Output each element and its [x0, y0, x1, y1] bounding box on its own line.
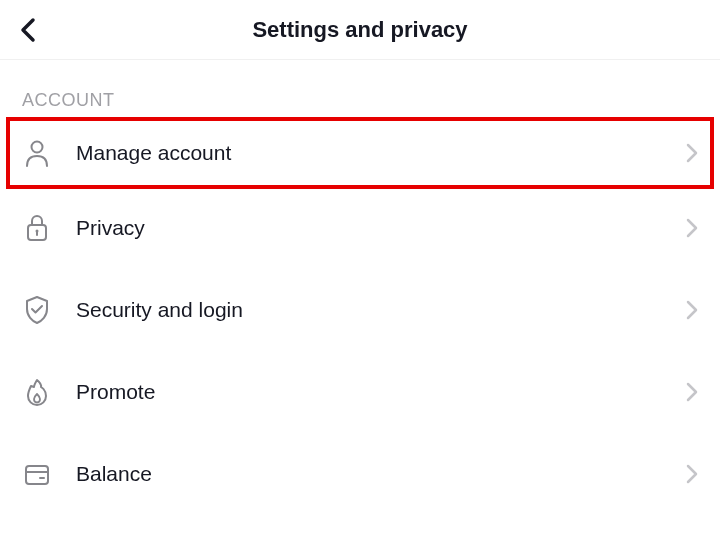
- shield-icon: [22, 295, 52, 325]
- list-item-privacy[interactable]: Privacy: [0, 187, 720, 269]
- chevron-right-icon: [686, 218, 698, 238]
- list-item-promote[interactable]: Promote: [0, 351, 720, 433]
- chevron-right-icon: [686, 300, 698, 320]
- chevron-right-icon: [686, 464, 698, 484]
- person-icon: [22, 139, 52, 167]
- svg-point-0: [32, 142, 43, 153]
- list-item-label: Promote: [76, 380, 686, 404]
- lock-icon: [22, 214, 52, 242]
- chevron-right-icon: [686, 382, 698, 402]
- back-button[interactable]: [18, 16, 38, 44]
- back-icon: [18, 16, 38, 44]
- list-item-label: Security and login: [76, 298, 686, 322]
- list-item-label: Manage account: [76, 141, 686, 165]
- section-header-account: ACCOUNT: [0, 60, 720, 119]
- page-title: Settings and privacy: [252, 17, 467, 43]
- header: Settings and privacy: [0, 0, 720, 60]
- flame-icon: [22, 377, 52, 407]
- svg-rect-4: [26, 466, 48, 484]
- chevron-right-icon: [686, 143, 698, 163]
- list-item-balance[interactable]: Balance: [0, 433, 720, 515]
- list-item-manage-account[interactable]: Manage account: [6, 117, 714, 189]
- list-item-label: Balance: [76, 462, 686, 486]
- wallet-icon: [22, 461, 52, 487]
- list-item-label: Privacy: [76, 216, 686, 240]
- list-item-security[interactable]: Security and login: [0, 269, 720, 351]
